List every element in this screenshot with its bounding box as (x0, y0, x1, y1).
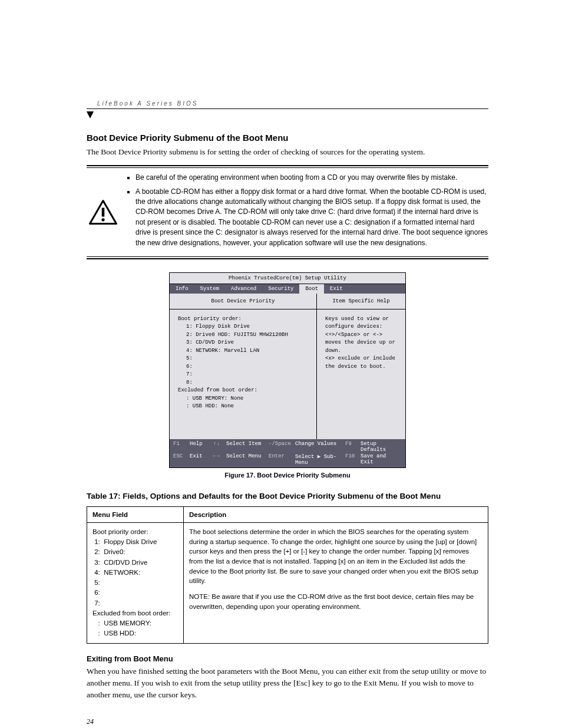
footer-label: Save and Exit (361, 453, 402, 466)
info-table: Menu Field Description Boot priority ord… (87, 506, 488, 644)
footer-label: Setup Defaults (361, 441, 402, 453)
priority-item[interactable]: 1: Floppy Disk Drive (186, 323, 310, 331)
priority-item[interactable]: 7: (186, 371, 310, 379)
section-intro: The Boot Device Priority submenu is for … (87, 146, 488, 158)
bios-right-title: Item Specific Help (317, 294, 405, 309)
header-rule (87, 108, 488, 109)
section-title: Boot Device Priority Submenu of the Boot… (87, 133, 488, 143)
priority-item[interactable]: 2: Drive0 HDD: FUJITSU MHW2120BH (186, 331, 310, 340)
excluded-item[interactable]: : USB MEMORY: None (186, 395, 310, 403)
running-header: LifeBook A Series BIOS (97, 100, 488, 107)
help-line: Keys used to view or (325, 315, 399, 324)
exiting-heading: Exiting from Boot Menu (87, 654, 488, 663)
excluded-label: Excluded from boot order: (178, 387, 310, 395)
help-line: <+>/<Space> or <-> (325, 331, 399, 340)
help-line: <x> exclude or include (325, 355, 399, 363)
bios-tab-info[interactable]: Info (170, 284, 194, 294)
exiting-body: When you have finished setting the boot … (87, 666, 488, 701)
warning-bullet: A bootable CD-ROM has either a floppy di… (135, 187, 488, 248)
header-triangle-icon (87, 111, 94, 118)
bios-tab-exit[interactable]: Exit (324, 284, 349, 294)
svg-rect-1 (101, 208, 104, 217)
warning-icon (87, 173, 119, 252)
description-paragraph: The boot selections determine the order … (189, 527, 482, 586)
excluded-item[interactable]: : USB HDD: None (186, 403, 310, 411)
warning-bullet: Be careful of the operating environment … (135, 173, 488, 183)
priority-item[interactable]: 3: CD/DVD Drive (186, 339, 310, 347)
help-line: moves the device up or (325, 339, 399, 347)
footer-key: -/Space (269, 441, 295, 453)
table-title: Table 17: Fields, Options and Defaults f… (87, 492, 488, 500)
table-cell-description: The boot selections determine the order … (184, 522, 488, 643)
bios-tab-system[interactable]: System (194, 284, 225, 294)
priority-item[interactable]: 6: (186, 363, 310, 371)
description-note: NOTE: Be aware that if you use the CD-RO… (189, 592, 482, 611)
priority-label: Boot priority order: (178, 315, 310, 324)
footer-key: F9 (345, 441, 361, 453)
help-line: the device to boot. (325, 363, 399, 371)
bios-left-title: Boot Device Priority (170, 294, 316, 309)
footer-label: Change Values (295, 441, 345, 453)
figure-caption: Figure 17. Boot Device Priority Submenu (87, 472, 488, 479)
help-line: configure devices: (325, 323, 399, 331)
footer-key: ESC (173, 453, 190, 466)
footer-label: Help (190, 441, 213, 453)
footer-key: ↑↓ (213, 441, 226, 453)
warning-notice: Be careful of the operating environment … (87, 165, 488, 259)
table-header-description: Description (184, 506, 488, 522)
bios-tab-advanced[interactable]: Advanced (225, 284, 262, 294)
table-cell-menu-field: Boot priority order: 1: Floppy Disk Driv… (87, 522, 184, 643)
footer-label: Select Menu (226, 453, 269, 466)
bios-tab-boot[interactable]: Boot (299, 284, 324, 294)
footer-key: Enter (269, 453, 295, 466)
priority-item[interactable]: 4: NETWORK: Marvell LAN (186, 347, 310, 355)
bios-left-panel: Boot priority order: 1: Floppy Disk Driv… (170, 309, 316, 439)
help-line: down. (325, 347, 399, 355)
footer-label: Select ▶ Sub-Menu (295, 453, 345, 466)
bios-screenshot: Phoenix TrustedCore(tm) Setup Utility In… (169, 272, 406, 468)
footer-key: F10 (345, 453, 361, 466)
bios-tab-bar: Info System Advanced Security Boot Exit (170, 284, 405, 294)
bios-utility-title: Phoenix TrustedCore(tm) Setup Utility (170, 273, 405, 284)
bios-footer: F1 Help ↑↓ Select Item -/Space Change Va… (170, 439, 405, 467)
footer-key: ←→ (213, 453, 226, 466)
page-number: 24 (87, 717, 488, 726)
priority-item[interactable]: 5: (186, 355, 310, 363)
priority-item[interactable]: 8: (186, 379, 310, 387)
footer-label: Exit (190, 453, 213, 466)
table-header-menu-field: Menu Field (87, 506, 184, 522)
svg-point-2 (101, 218, 104, 221)
footer-label: Select Item (226, 441, 269, 453)
bios-tab-security[interactable]: Security (262, 284, 299, 294)
bios-help-panel: Keys used to view or configure devices: … (317, 309, 405, 439)
footer-key: F1 (173, 441, 190, 453)
